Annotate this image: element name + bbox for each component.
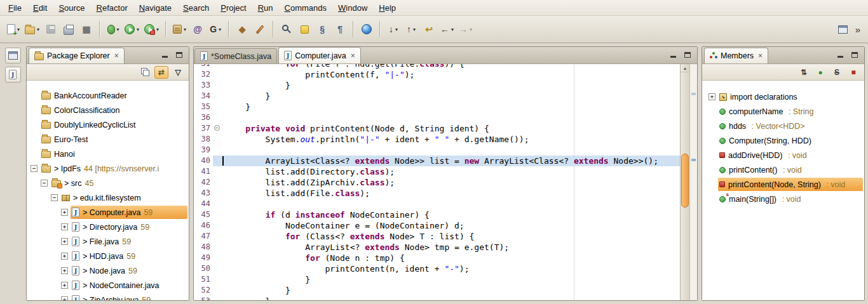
tree-item-nodecontainer-java[interactable]: +> NodeContainer.java — [27, 278, 189, 293]
editor-scrollbar[interactable]: ▲ — [680, 64, 689, 300]
open-browser-button[interactable] — [358, 20, 375, 38]
member-main-string[interactable]: smain(String[]) : void — [702, 192, 864, 206]
run-button[interactable]: ▾ — [123, 20, 141, 38]
line-number[interactable]: 35 — [194, 102, 213, 112]
line-number[interactable]: 41 — [194, 166, 213, 177]
code-line-53[interactable]: 53 } — [194, 296, 680, 300]
menu-run[interactable]: Run — [252, 1, 279, 15]
view-menu-button[interactable]: ▽ — [171, 66, 185, 79]
expand-toggle-icon[interactable]: + — [61, 267, 68, 274]
line-number[interactable]: 48 — [194, 242, 213, 253]
line-number[interactable]: 38 — [194, 134, 213, 145]
scrollbar-thumb[interactable] — [681, 154, 689, 208]
sort-members-button[interactable]: ⇅ — [797, 66, 811, 79]
code-line-34[interactable]: 34 } — [194, 91, 680, 102]
code-editor[interactable]: 31 for (File f : hdd.get(File.class)) {3… — [194, 64, 680, 300]
dropdown-arrow-icon[interactable]: ▾ — [395, 27, 398, 32]
toolbar-overflow-chevron[interactable]: » — [853, 24, 863, 35]
menu-file[interactable]: File — [3, 1, 27, 15]
line-number[interactable]: 31 — [194, 64, 213, 69]
line-number[interactable]: 40 — [194, 155, 213, 166]
line-number[interactable]: 53 — [194, 296, 213, 300]
code-line-51[interactable]: 51 } — [194, 274, 680, 285]
mark-occurrences-button[interactable] — [296, 20, 313, 38]
hide-non-public-members-button[interactable]: ■ — [846, 66, 860, 79]
line-number[interactable]: 37 — [194, 123, 213, 134]
maximize-button[interactable] — [682, 50, 693, 59]
expand-toggle-icon[interactable]: + — [709, 93, 715, 100]
menu-help[interactable]: Help — [373, 1, 402, 15]
tree-item-node-java[interactable]: +> Node.java59 — [27, 263, 189, 278]
menu-commands[interactable]: Commands — [279, 1, 332, 15]
expand-toggle-icon[interactable]: + — [61, 238, 68, 245]
link-with-editor-button[interactable]: ⇄ — [154, 66, 168, 79]
line-number[interactable]: 44 — [194, 199, 213, 209]
code-line-40[interactable]: 40 ArrayList<Class<? extends Node>> list… — [194, 155, 680, 166]
member-printcontent-node-string[interactable]: printContent(Node, String) : void — [702, 177, 864, 192]
code-line-42[interactable]: 42 list.add(ZipArchiv.class); — [194, 177, 680, 188]
annotation-marker[interactable] — [691, 159, 696, 161]
line-number[interactable]: 45 — [194, 209, 213, 220]
new-java-project-button[interactable]: ▾ — [23, 20, 41, 38]
package-explorer-tab[interactable]: Package Explorer × — [29, 48, 125, 63]
code-line-47[interactable]: 47 for (Class<? extends Node> T : list) … — [194, 231, 680, 242]
line-number[interactable]: 33 — [194, 80, 213, 91]
expand-toggle-icon[interactable]: + — [61, 253, 68, 260]
show-selected-element-button[interactable]: § — [314, 20, 330, 38]
fold-collapse-icon[interactable]: − — [214, 125, 220, 131]
code-line-32[interactable]: 32 printContent(f, "|-"); — [194, 69, 680, 80]
tree-item-doublylinkedcycliclist[interactable]: DoublyLinkedCyclicList — [27, 117, 189, 132]
code-line-46[interactable]: 46 NodeContainer e = (NodeContainer) d; — [194, 220, 680, 231]
tree-item-directory-java[interactable]: +> Directory.java59 — [27, 220, 189, 234]
line-number[interactable]: 32 — [194, 69, 213, 80]
menu-search[interactable]: Search — [177, 1, 215, 15]
tree-item-edu-kit-filesystem[interactable]: −> edu.kit.filesystem — [27, 190, 189, 205]
code-line-37[interactable]: 37− private void printContent(Node d, St… — [194, 123, 680, 134]
tree-item-computer-java[interactable]: +> Computer.java59 — [27, 205, 189, 220]
tree-item-hanoi[interactable]: Hanoi — [27, 147, 189, 161]
dropdown-arrow-icon[interactable]: ▾ — [184, 27, 186, 32]
member-hdds[interactable]: hdds : Vector<HDD> — [702, 119, 864, 133]
hide-fields-button[interactable]: ● — [813, 66, 827, 79]
close-icon[interactable]: × — [351, 51, 355, 60]
menu-project[interactable]: Project — [215, 1, 252, 15]
dropdown-arrow-icon[interactable]: ▾ — [413, 27, 416, 32]
code-line-38[interactable]: 38 System.out.println("|-" + ident + " "… — [194, 134, 680, 145]
minimize-button[interactable] — [668, 50, 678, 59]
tree-item-src[interactable]: −> src45 — [27, 176, 189, 190]
menu-navigate[interactable]: Navigate — [133, 1, 177, 15]
code-line-44[interactable]: 44 — [194, 199, 680, 209]
back-button[interactable]: ←▾ — [438, 20, 456, 38]
menu-refactor[interactable]: Refactor — [91, 1, 133, 15]
expand-toggle-icon[interactable]: + — [61, 296, 68, 300]
code-line-31[interactable]: 31 for (File f : hdd.get(File.class)) { — [194, 64, 680, 69]
dropdown-arrow-icon[interactable]: ▾ — [17, 27, 20, 32]
coverage-button[interactable]: ▾ — [142, 20, 161, 38]
last-edit-location-button[interactable]: ↩ — [421, 20, 437, 38]
tree-item-bankaccountreader[interactable]: BankAccountReader — [27, 88, 189, 103]
member-adddrive-hdd[interactable]: addDrive(HDD) : void — [702, 148, 864, 162]
dropdown-arrow-icon[interactable]: ▾ — [156, 27, 159, 32]
code-line-41[interactable]: 41 list.add(Directory.class); — [194, 166, 680, 177]
dropdown-arrow-icon[interactable]: ▾ — [37, 27, 39, 32]
line-number[interactable]: 43 — [194, 188, 213, 199]
line-number[interactable]: 34 — [194, 91, 213, 102]
close-icon[interactable]: × — [114, 51, 119, 60]
dropdown-arrow-icon[interactable]: ▾ — [219, 27, 221, 32]
code-line-33[interactable]: 33 } — [194, 80, 680, 91]
menu-edit[interactable]: Edit — [27, 1, 53, 15]
code-line-39[interactable]: 39 — [194, 145, 680, 155]
hide-static-members-button[interactable]: S — [830, 66, 844, 79]
editor-tab-computer-java[interactable]: Computer.java× — [278, 47, 361, 63]
tree-item-ziparchiv-java[interactable]: +> ZipArchiv.java59 — [27, 293, 189, 300]
print-button[interactable] — [60, 20, 77, 38]
restore-view-button[interactable] — [5, 48, 21, 63]
open-type-button[interactable]: ◆ — [234, 20, 250, 38]
line-number[interactable]: 46 — [194, 220, 213, 231]
line-number[interactable]: 42 — [194, 177, 213, 188]
tree-item-ipdfs[interactable]: −> IpdFs44 [https://svnserver.i — [27, 161, 189, 176]
minimized-editor-button[interactable] — [5, 67, 21, 83]
dropdown-arrow-icon[interactable]: ▾ — [451, 27, 454, 32]
collapse-toggle-icon[interactable]: − — [31, 165, 37, 172]
collapse-toggle-icon[interactable]: − — [51, 194, 58, 201]
